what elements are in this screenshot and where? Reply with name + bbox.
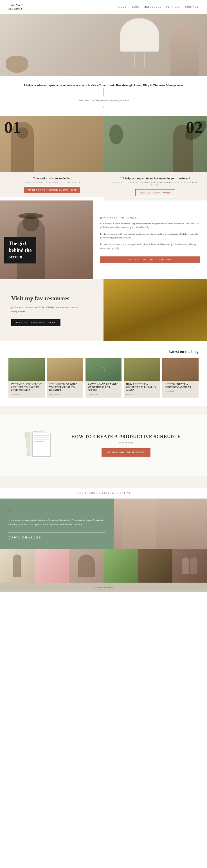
testimonial-name: DAWN CHARLES [8,532,106,539]
resources-button[interactable]: TAKE ME TO THE RESOURCES [11,319,60,326]
insta-5[interactable] [138,549,173,583]
about-body-1: I am a virtual assistant for driven and … [100,222,200,229]
testimonial-section: ♥ "Hannah is so sweet and personable. Sh… [0,499,207,549]
resources-section: Visit my fav resources get instant acces… [0,279,207,341]
blog-card-2-title: 3 THINGS TO DO WHEN YOU FEEL CLOSE TO BU… [49,383,81,392]
instagram-grid [0,549,207,583]
about-overlay: The girl behind the screen [4,237,36,264]
nav-services[interactable]: SERVICES [166,6,180,8]
hero-basket [6,56,28,73]
blog-card-1-body: SYSTEMS & WORKFLOWS YOU NEED TO HAVE IN … [8,381,45,397]
service-2-title: I'll help you regain focus & control in … [109,177,201,180]
hero-person [171,25,199,75]
divider [104,88,104,96]
gap-fill-1 [0,406,207,414]
service-2-button[interactable]: YES! LET'S CHAT MORE [135,189,175,196]
freebie-button[interactable]: DOWNLOAD THE FREEBIE [101,448,150,457]
tagline-section: I help creative entrepreneurs reduce ove… [0,75,207,116]
hero-chair-image [117,18,162,69]
nav-links: ABOUT BLOG RESOURCES SERVICES CONTACT [117,6,199,8]
blog-card-3-date: Feb 20, 2019 [88,393,120,395]
blog-card-4-image [124,358,160,381]
service-2-desc: I'll help you regain focus & control in … [104,173,207,200]
tagline-text: I help creative entrepreneurs reduce ove… [23,83,184,88]
about-section: The girl behind the screen HEY THERE, I'… [0,200,207,279]
tagline-subtext: Here's how I can help you make the most … [23,99,184,103]
blog-card-5: HOW TO CREATE A CONTENT CALENDAR Feb 6, … [162,358,199,397]
freebie-inner: HOW TO CREATE A PRODUCTIVE SCHEUDLE In 1… [0,420,207,471]
site-logo[interactable]: HANNAH MURPHY [8,3,23,10]
blog-card-5-body: HOW TO CREATE A CONTENT CALENDAR Feb 6, … [162,381,199,395]
insta-4[interactable] [104,549,138,583]
service-2: 02 I'll help you regain focus & control … [104,116,207,200]
insta-3[interactable] [69,549,104,583]
blog-card-2-date: Mar 1, 2019 [49,393,81,395]
blog-card-4: HOW TO SET UP A CONTENT CALENDAR IN ASAN… [124,358,160,397]
blog-title: Latest on the blog [8,349,199,354]
insta-2[interactable] [35,549,69,583]
freebie-title: HOW TO CREATE A PRODUCTIVE SCHEUDLE [71,434,181,440]
services-section: 01 Take tasks off your to do list SO YOU… [0,116,207,200]
testimonial-quote: "Hannah is so sweet and personable. She … [8,518,106,527]
about-body-3: I'm also that person who is up to a good… [100,243,200,250]
blog-card-3-image: 5 [86,358,122,381]
resources-field-bg [104,279,207,341]
footer-copyright: © Hannah Murphy 2019 [3,586,204,588]
insta-6[interactable] [172,549,207,583]
about-hey-label: HEY THERE, I'M HANNAH [100,217,200,220]
service-1-button[interactable]: I'M READY TO REDUCE OVERWHELM [24,187,80,193]
scroll-arrow: ↓ [23,104,184,109]
hero-section [0,14,207,75]
resources-title: Visit my fav resources [11,294,79,303]
gap-fill-2 [0,476,207,488]
testimonial-image [114,499,207,549]
freebie-subtitle: In 10 minutes [71,441,181,444]
blog-card-5-image [162,358,199,381]
testimonial-label: HERE IT FROM A FELLOW CREATIVE [0,488,207,499]
service-1-title: Take tasks off your to do list [6,177,98,180]
blog-card-1-date: Feb 6, 2019 [11,393,42,395]
about-content: HEY THERE, I'M HANNAH I am a virtual ass… [93,200,207,279]
freebie-section: HOW TO CREATE A PRODUCTIVE SCHEUDLE In 1… [0,414,207,476]
service-1: 01 Take tasks off your to do list SO YOU… [0,116,104,200]
freebie-content: HOW TO CREATE A PRODUCTIVE SCHEUDLE In 1… [71,434,181,457]
insta-1[interactable] [0,549,35,583]
heart-icon: ♥ [8,508,106,514]
blog-card-2-image [47,358,83,381]
about-button[interactable]: THAT'S NOT ENOUGH, TELL ME MORE [100,256,200,263]
blog-card-4-body: HOW TO SET UP A CONTENT CALENDAR IN ASAN… [124,381,160,397]
resources-subtitle: get instant access to a list of 20+ of t… [11,305,79,314]
service-1-desc: Take tasks off your to do list SO YOU CA… [0,173,104,197]
service-2-image: 02 [104,116,207,173]
about-image: The girl behind the screen [0,200,93,279]
navigation: HANNAH MURPHY ABOUT BLOG RESOURCES SERVI… [0,0,207,14]
footer: © Hannah Murphy 2019 [0,583,207,592]
blog-card-1-title: SYSTEMS & WORKFLOWS YOU NEED TO HAVE IN … [11,383,42,392]
blog-card-3-title: 5 WAYS ASANA CHANGED MY BUSINESS FOR BET… [88,383,120,392]
blog-card-2: 3 THINGS TO DO WHEN YOU FEEL CLOSE TO BU… [47,358,83,397]
blog-card-3-body: 5 WAYS ASANA CHANGED MY BUSINESS FOR BET… [86,381,122,397]
blog-card-2-body: 3 THINGS TO DO WHEN YOU FEEL CLOSE TO BU… [47,381,83,397]
about-body-2: I'm that person who falls over creating … [100,232,200,240]
blog-card-1-image [8,358,45,381]
service-1-image: 01 [0,116,104,173]
blog-card-5-date: Feb 6, 2019 [165,390,196,392]
blog-card-4-date: Feb 26, 2019 [126,393,158,395]
nav-contact[interactable]: CONTACT [185,6,199,8]
about-overlay-text: The girl behind the screen [9,240,32,260]
nav-resources[interactable]: RESOURCES [144,6,161,8]
service-1-number: 01 [4,119,21,136]
service-1-subtitle: SO YOU CAN FOCUS ON WHAT YOU'RE BEST AT [6,181,98,184]
service-2-subtitle: WITH A COMPLETELY PERSONALISED PRODUCTIV… [109,181,201,186]
service-2-number: 02 [186,119,203,136]
nav-about[interactable]: ABOUT [117,6,126,8]
blog-card-1: SYSTEMS & WORKFLOWS YOU NEED TO HAVE IN … [8,358,45,397]
blog-card-5-title: HOW TO CREATE A CONTENT CALENDAR [165,383,196,389]
nav-blog[interactable]: BLOG [131,6,140,8]
blog-card-3: 5 5 WAYS ASANA CHANGED MY BUSINESS FOR B… [86,358,122,397]
freebie-mockup [26,431,60,460]
blog-card-4-title: HOW TO SET UP A CONTENT CALENDAR IN ASAN… [126,383,158,392]
testimonial-content: ♥ "Hannah is so sweet and personable. Sh… [0,499,114,549]
blog-grid: SYSTEMS & WORKFLOWS YOU NEED TO HAVE IN … [8,358,199,397]
resources-text: Visit my fav resources get instant acces… [0,283,90,337]
